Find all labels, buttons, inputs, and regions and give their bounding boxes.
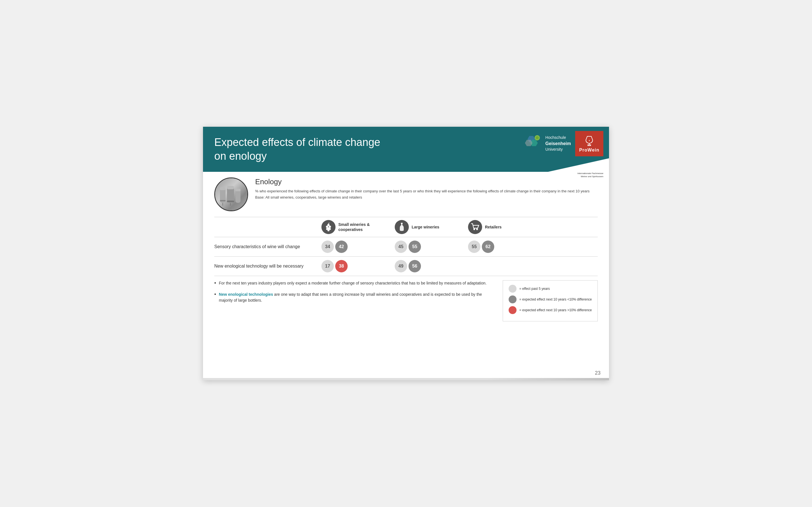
section-title: Enology (255, 177, 598, 186)
svg-point-21 (329, 228, 331, 230)
legend-box: = effect past 5 years = expected effect … (503, 280, 598, 321)
prowein-subtext: Internationale FachmesseWeine und Spirit… (577, 172, 603, 178)
legend-item-future-large: = expected effect next 10 years >10% dif… (509, 306, 592, 314)
legend-item-past: = effect past 5 years (509, 285, 592, 293)
table-row: Sensory characteristics of wine will cha… (214, 237, 598, 257)
circle-retail-past-1: 55 (468, 240, 480, 253)
svg-rect-8 (220, 200, 225, 202)
prowein-logo: ProWein (575, 131, 603, 156)
legend-label-future-large: = expected effect next 10 years >10% dif… (519, 308, 592, 312)
row1-label: Sensory characteristics of wine will cha… (214, 244, 321, 249)
title-line2: on enology (214, 150, 267, 162)
header-title: Expected effects of climate change on en… (214, 135, 380, 163)
table-header-row: Small wineries & cooperatives Large wine… (214, 217, 598, 237)
legend-circle-red (509, 306, 516, 314)
section-header: Enology % who experienced the following … (214, 177, 598, 211)
small-wineries-label: Small wineries & cooperatives (338, 222, 395, 232)
section-base: Base: All small wineries, cooperatives, … (255, 195, 598, 200)
winery-placeholder (215, 178, 247, 210)
header: Expected effects of climate change on en… (203, 127, 609, 172)
legend-circle-light (509, 285, 516, 293)
circle-large-future-2: 56 (409, 260, 421, 272)
svg-rect-10 (227, 186, 234, 189)
row1-retailers: 55 62 (468, 240, 541, 253)
circle-retail-future-1: 62 (482, 240, 494, 253)
legend-label-future-small: = expected effect next 10 years <10% dif… (519, 297, 592, 301)
title-line1: Expected effects of climate change (214, 136, 380, 148)
row2-small-wineries: 17 38 (321, 260, 395, 272)
highlight-new-enological: New enological technologies (219, 292, 273, 297)
circle-small-past-2: 17 (321, 260, 334, 272)
retailers-label: Retailers (485, 224, 502, 230)
col-small-wineries-header: Small wineries & cooperatives (321, 220, 395, 234)
prowein-name: ProWein (579, 148, 599, 153)
legend-label-past: = effect past 5 years (519, 287, 550, 291)
row2-large-wineries: 49 56 (395, 260, 468, 272)
large-wineries-label: Large wineries (412, 224, 439, 230)
row1-large-wineries: 45 55 (395, 240, 468, 253)
svg-point-26 (473, 228, 475, 230)
circle-small-past-1: 34 (321, 240, 334, 253)
circle-small-future-2: 38 (335, 260, 348, 272)
row2-label: New enological technology will be necess… (214, 264, 321, 269)
bullet-dot-2: • (214, 291, 216, 298)
geisenheim-logo: HochschuleGeisenheimUniversity (524, 135, 571, 153)
svg-point-22 (327, 230, 329, 231)
svg-point-4 (536, 136, 539, 139)
row1-small-wineries: 34 42 (321, 240, 395, 253)
bottom-bar (203, 378, 609, 380)
svg-rect-13 (236, 189, 241, 191)
col-large-wineries-header: Large wineries (395, 220, 468, 234)
winery-image (214, 177, 248, 211)
geisenheim-text: HochschuleGeisenheimUniversity (545, 135, 571, 152)
table-row: New enological technology will be necess… (214, 257, 598, 276)
shopping-cart-icon (468, 220, 482, 234)
legend-circle-dark (509, 295, 516, 303)
circle-large-future-1: 55 (409, 240, 421, 253)
bullet-dot-1: • (214, 280, 216, 286)
legend-item-future-small: = expected effect next 10 years <10% dif… (509, 295, 592, 303)
page-number: 23 (595, 370, 601, 376)
svg-rect-11 (227, 201, 234, 202)
col-retailers-header: Retailers (468, 220, 541, 234)
section-info: Enology % who experienced the following … (255, 177, 598, 200)
bullet-item-1: • For the next ten years industry player… (214, 280, 492, 286)
bullet-text-2: New enological technologies are one way … (219, 291, 492, 303)
wine-bottle-icon (395, 220, 409, 234)
logos-area: HochschuleGeisenheimUniversity ProWein (524, 131, 603, 156)
hex-icon (524, 135, 543, 153)
svg-line-24 (328, 223, 329, 223)
svg-point-27 (476, 228, 478, 230)
grape-icon (321, 220, 336, 234)
bullet-item-2: • New enological technologies are one wa… (214, 291, 492, 303)
section-desc: % who experienced the following effects … (255, 188, 598, 194)
circle-large-past-2: 49 (395, 260, 407, 272)
svg-point-20 (326, 228, 328, 230)
bullet-section: • For the next ten years industry player… (214, 280, 598, 321)
main-content: Enology % who experienced the following … (203, 172, 609, 327)
bullets: • For the next ten years industry player… (214, 280, 492, 321)
circle-small-future-1: 42 (335, 240, 348, 253)
wine-glass-icon (583, 135, 595, 148)
svg-rect-25 (401, 223, 403, 224)
circle-large-past-1: 45 (395, 240, 407, 253)
winery-svg (217, 180, 245, 209)
svg-rect-7 (220, 187, 225, 190)
slide: Expected effects of climate change on en… (203, 127, 609, 380)
data-table: Small wineries & cooperatives Large wine… (214, 217, 598, 276)
bullet-text-1: For the next ten years industry players … (219, 280, 486, 286)
